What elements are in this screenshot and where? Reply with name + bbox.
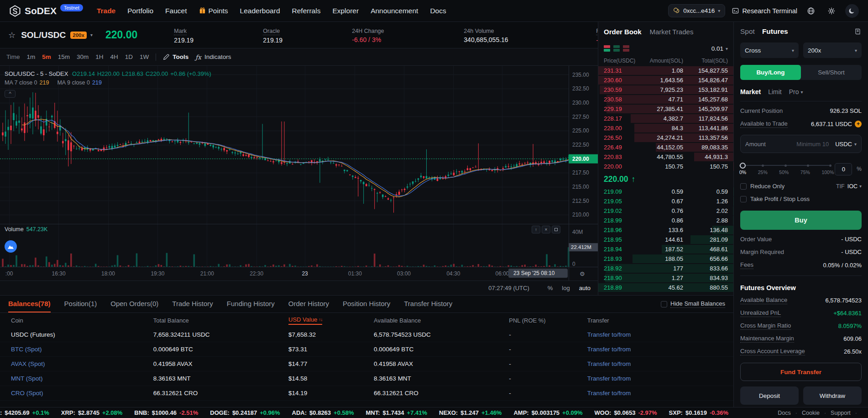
slider-dot[interactable] xyxy=(784,164,787,167)
footer-link-cookie[interactable]: Cookie xyxy=(802,410,820,416)
column-header-total-balance[interactable]: Total Balance xyxy=(153,317,288,324)
tab-market-trades[interactable]: Market Trades xyxy=(650,28,694,36)
slider-dot[interactable] xyxy=(807,164,809,167)
coin-name[interactable]: CRO (Spot) xyxy=(11,390,43,397)
withdraw-button[interactable]: Withdraw xyxy=(803,386,862,405)
orderbook-ask-row[interactable]: 228.0084.3113,441.86 xyxy=(598,123,733,133)
ticker-bnb[interactable]: BNB:$1000.46-2.51% xyxy=(134,409,198,416)
orderbook-bid-row[interactable]: 218.95144.61281.09 xyxy=(598,235,733,244)
sell-short-button[interactable]: Sell/Short xyxy=(801,65,862,80)
nav-item-leaderboard[interactable]: Leaderboard xyxy=(240,7,280,15)
tab-spot[interactable]: Spot xyxy=(740,27,755,36)
legend-collapse-button[interactable]: ^ xyxy=(5,90,16,98)
buy-long-button[interactable]: Buy/Long xyxy=(740,65,801,80)
interval-1h[interactable]: 1H xyxy=(95,53,103,60)
footer-link-support[interactable]: Support xyxy=(831,410,851,416)
bottom-tab-open-orders-0[interactable]: Open Orders(0) xyxy=(110,296,158,312)
tab-futures[interactable]: Futures xyxy=(762,27,788,36)
transfer-link[interactable]: Transfer to/from xyxy=(587,375,631,382)
orderbook-ask-row[interactable]: 230.5847.71145,257.68 xyxy=(598,95,733,104)
transfer-link[interactable]: Transfer to/from xyxy=(587,360,631,367)
column-header-coin[interactable]: Coin xyxy=(11,317,153,324)
order-type-market[interactable]: Market xyxy=(740,88,761,95)
orderbook-ask-row[interactable]: 228.174,382.7117,824.56 xyxy=(598,114,733,123)
deposit-button[interactable]: Deposit xyxy=(740,386,799,405)
interval-1d[interactable]: 1D xyxy=(125,53,133,60)
footer-link-docs[interactable]: Docs xyxy=(778,410,790,416)
bottom-tab-order-history[interactable]: Order History xyxy=(288,296,329,312)
orderbook-mid-price[interactable]: 220.00↑ xyxy=(598,171,733,187)
theme-moon-icon[interactable] xyxy=(845,4,859,18)
nav-item-explorer[interactable]: Explorer xyxy=(332,7,359,15)
candlestick-chart-canvas[interactable]: 235.00232.50230.00227.50225.00222.50220.… xyxy=(0,66,598,280)
orderbook-layout-both-icon[interactable] xyxy=(604,45,610,52)
slider-dot[interactable] xyxy=(829,164,831,167)
orderbook-bid-row[interactable]: 219.090.590.59 xyxy=(598,187,733,196)
percent-scale-button[interactable]: % xyxy=(548,285,553,291)
orderbook-bid-row[interactable]: 218.94187.52468.61 xyxy=(598,244,733,254)
pane-close-icon[interactable]: × xyxy=(542,226,550,233)
orderbook-bid-row[interactable]: 218.990.862.88 xyxy=(598,216,733,225)
bottom-tab-balances-78[interactable]: Balances(78) xyxy=(8,296,51,312)
orderbook-ask-row[interactable]: 220.00150.75150.75 xyxy=(598,162,733,171)
amount-slider[interactable]: 0%25%50%75%100% xyxy=(740,161,830,177)
nav-item-trade[interactable]: Trade xyxy=(97,7,115,15)
orderbook-bid-row[interactable]: 218.92177833.66 xyxy=(598,264,733,273)
nav-item-referrals[interactable]: Referrals xyxy=(292,7,321,15)
fund-transfer-button[interactable]: Fund Transfer xyxy=(740,363,862,381)
column-header-transfer[interactable]: Transfer xyxy=(587,317,722,324)
order-type-pro[interactable]: Pro▾ xyxy=(789,88,803,95)
ticker-eth[interactable]: ETH:$4205.69+0.1% xyxy=(0,409,49,416)
orderbook-bid-row[interactable]: 218.8945.62880.55 xyxy=(598,283,733,292)
interval-1w[interactable]: 1W xyxy=(140,53,149,60)
nav-item-portfolio[interactable]: Portfolio xyxy=(127,7,153,15)
transfer-link[interactable]: Transfer to/from xyxy=(587,331,631,338)
reduce-only-checkbox[interactable]: Reduce Only xyxy=(740,183,784,190)
orderbook-ask-row[interactable]: 230.601,643.56154,826.47 xyxy=(598,75,733,85)
orderbook-bid-row[interactable]: 219.020.762.02 xyxy=(598,206,733,216)
precision-select[interactable]: 0.01▾ xyxy=(711,45,728,52)
log-scale-button[interactable]: log xyxy=(562,285,570,291)
interval-1m[interactable]: 1m xyxy=(27,53,36,60)
orderbook-bid-row[interactable]: 218.96133.6136.48 xyxy=(598,225,733,235)
orderbook-ask-row[interactable]: 226.4944,152.0589,083.35 xyxy=(598,143,733,152)
favorite-star-icon[interactable]: ☆ xyxy=(8,30,16,40)
ticker-nexo[interactable]: NEXO:$1.247+1.46% xyxy=(439,409,502,416)
column-header-available-balance[interactable]: Available Balance xyxy=(374,317,509,324)
orderbook-layout-asks-icon[interactable] xyxy=(623,45,629,52)
price-chart[interactable]: 235.00232.50230.00227.50225.00222.50220.… xyxy=(0,66,598,280)
pane-move-up-icon[interactable]: ↑ xyxy=(532,226,540,233)
tab-order-book[interactable]: Order Book xyxy=(604,28,642,36)
percent-input[interactable]: 0 xyxy=(835,163,852,175)
coin-name[interactable]: MNT (Spot) xyxy=(11,375,43,382)
orderbook-ask-row[interactable]: 230.597,925.23153,182.91 xyxy=(598,85,733,95)
orderbook-ask-row[interactable]: 229.1927,385.41145,209.97 xyxy=(598,104,733,114)
tpsl-checkbox[interactable]: Take Profit / Stop Loss xyxy=(740,196,810,202)
bottom-tab-position-1[interactable]: Position(1) xyxy=(64,296,97,312)
leverage-select[interactable]: 200x▾ xyxy=(803,42,862,58)
orderbook-layout-bids-icon[interactable] xyxy=(613,45,620,52)
coin-name[interactable]: BTC (Spot) xyxy=(11,346,42,353)
column-header-pnl-roe[interactable]: PNL (ROE %) xyxy=(509,317,587,324)
nav-item-docs[interactable]: Docs xyxy=(430,7,446,15)
interval-4h[interactable]: 4H xyxy=(110,53,118,60)
tools-button[interactable]: Tools xyxy=(163,53,188,60)
slider-dot[interactable] xyxy=(762,164,764,167)
indicators-button[interactable]: ƒx Indicators xyxy=(195,53,231,61)
language-globe-icon[interactable] xyxy=(804,4,818,18)
settings-gear-icon[interactable] xyxy=(825,4,838,18)
ticker-woo[interactable]: WOO:$0.0653-2.97% xyxy=(595,409,657,416)
buy-submit-button[interactable]: Buy xyxy=(740,211,862,230)
transfer-link[interactable]: Transfer to/from xyxy=(587,346,631,353)
orderbook-ask-row[interactable]: 231.311.08154,827.55 xyxy=(598,66,733,75)
orderbook-bid-row[interactable]: 219.050.671.26 xyxy=(598,196,733,206)
ticker-doge[interactable]: DOGE:$0.24187+0.96% xyxy=(210,409,280,416)
tif-select[interactable]: IOC▾ xyxy=(847,183,862,190)
hide-small-balances-checkbox[interactable]: Hide Small Balances xyxy=(661,300,725,308)
ticker-ada[interactable]: ADA:$0.8263+0.58% xyxy=(292,409,354,416)
research-terminal-button[interactable]: Research Terminal xyxy=(732,7,797,15)
ticker-mnt[interactable]: MNT:$1.7434+7.41% xyxy=(366,409,428,416)
chart-logo-button[interactable] xyxy=(5,240,17,253)
amount-input[interactable]: Amount Minimum 10 USDC▾ xyxy=(740,135,862,153)
bottom-tab-transfer-history[interactable]: Transfer History xyxy=(404,296,452,312)
